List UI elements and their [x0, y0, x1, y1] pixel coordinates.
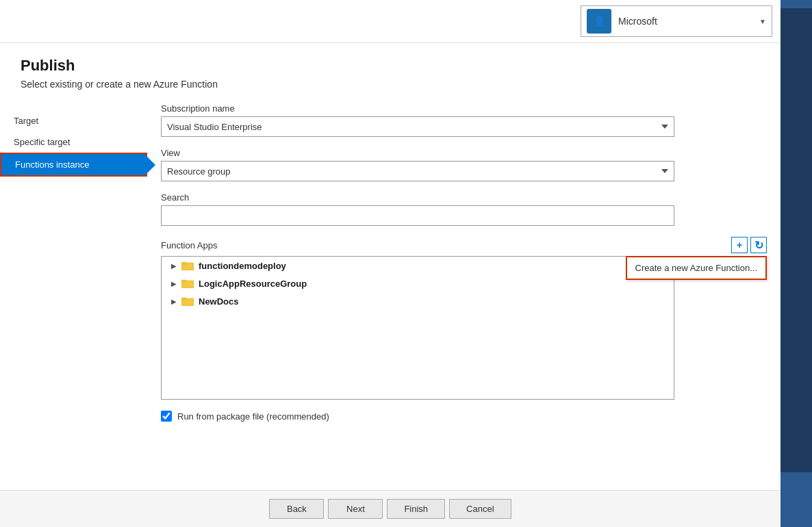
- search-group: Search: [161, 192, 767, 226]
- function-apps-section: Function Apps + ↻ Create a new Azure Fun…: [161, 237, 767, 400]
- bottom-bar: Back Next Finish Cancel: [0, 490, 781, 527]
- view-group: View Resource group Location Type: [161, 148, 767, 181]
- svg-rect-7: [181, 298, 186, 300]
- tree-label-functiondemodeploy: functiondemodeploy: [199, 261, 286, 271]
- page-title: Publish: [21, 57, 760, 75]
- expand-icon-3[interactable]: ▶: [168, 296, 179, 307]
- tree-item-newdocs[interactable]: ▶ NewDocs: [162, 292, 674, 310]
- function-apps-list: ▶ functiondemodeploy ▶: [161, 256, 674, 400]
- title-section: Publish Select existing or create a new …: [0, 43, 781, 97]
- folder-icon-3: [181, 296, 194, 307]
- next-button[interactable]: Next: [328, 499, 383, 519]
- view-label: View: [161, 148, 767, 158]
- view-select[interactable]: Resource group Location Type: [161, 161, 674, 181]
- svg-rect-3: [181, 262, 186, 264]
- sidebar-bottom: [781, 472, 812, 527]
- right-sidebar: [781, 0, 812, 527]
- add-function-button[interactable]: +: [731, 237, 748, 253]
- tree-label-newdocs: NewDocs: [199, 296, 239, 307]
- expand-icon[interactable]: ▶: [168, 260, 179, 271]
- tree-label-logicappresourcegroup: LogicAppResourceGroup: [199, 279, 307, 289]
- tree-item-logicappresourcegroup[interactable]: ▶ LogicAppResourceGroup: [162, 274, 674, 292]
- function-apps-label: Function Apps: [161, 240, 731, 250]
- cancel-button[interactable]: Cancel: [449, 499, 511, 519]
- subscription-select[interactable]: Visual Studio Enterprise Visual Studio P…: [161, 116, 674, 137]
- account-name: Microsoft: [618, 16, 752, 27]
- svg-text:👤: 👤: [594, 16, 606, 27]
- nav-item-specific-target[interactable]: Specific target: [0, 131, 147, 153]
- nav-item-target[interactable]: Target: [0, 110, 147, 131]
- checkbox-label: Run from package file (recommended): [177, 411, 329, 422]
- sidebar-mid: [781, 8, 812, 472]
- subscription-label: Subscription name: [161, 103, 767, 114]
- function-apps-actions: + ↻ Create a new Azure Function...: [731, 237, 767, 253]
- checkbox-row: Run from package file (recommended): [161, 411, 767, 422]
- top-bar: 👤 Microsoft ▼: [0, 0, 781, 43]
- finish-button[interactable]: Finish: [387, 499, 445, 519]
- folder-icon: [181, 260, 194, 271]
- expand-icon-2[interactable]: ▶: [168, 278, 179, 289]
- sidebar-top: [781, 0, 812, 8]
- create-function-tooltip[interactable]: Create a new Azure Function...: [626, 256, 767, 280]
- svg-rect-5: [181, 280, 186, 282]
- function-apps-header: Function Apps + ↻ Create a new Azure Fun…: [161, 237, 767, 253]
- account-selector[interactable]: 👤 Microsoft ▼: [581, 5, 772, 37]
- folder-icon-2: [181, 278, 194, 289]
- tree-item-functiondemodeploy[interactable]: ▶ functiondemodeploy: [162, 257, 674, 274]
- search-input[interactable]: [161, 205, 674, 226]
- subscription-group: Subscription name Visual Studio Enterpri…: [161, 103, 767, 137]
- run-from-package-checkbox[interactable]: [161, 411, 172, 422]
- search-label: Search: [161, 192, 767, 203]
- page-subtitle: Select existing or create a new Azure Fu…: [21, 79, 760, 90]
- account-icon: 👤: [587, 9, 611, 34]
- body-layout: Target Specific target Functions instanc…: [0, 97, 781, 490]
- account-dropdown-arrow[interactable]: ▼: [759, 18, 766, 25]
- form-area: Subscription name Visual Studio Enterpri…: [147, 103, 781, 483]
- refresh-button[interactable]: ↻: [750, 237, 767, 253]
- back-button[interactable]: Back: [269, 499, 324, 519]
- nav-item-functions-instance[interactable]: Functions instance: [0, 153, 147, 177]
- left-nav: Target Specific target Functions instanc…: [0, 103, 147, 483]
